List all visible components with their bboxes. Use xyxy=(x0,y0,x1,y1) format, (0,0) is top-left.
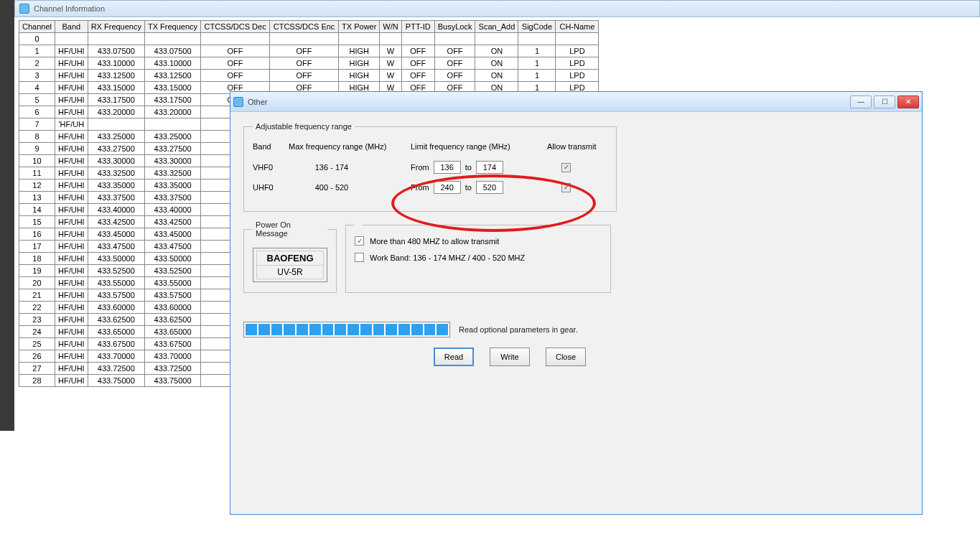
cell[interactable]: 433.52500 xyxy=(88,265,144,277)
cell[interactable]: HF/UHI xyxy=(55,302,88,314)
uhf-from-input[interactable] xyxy=(434,181,461,194)
cell[interactable] xyxy=(55,33,88,45)
cell[interactable] xyxy=(339,33,380,45)
cell[interactable]: 433.42500 xyxy=(144,216,200,228)
cell[interactable]: 433.75000 xyxy=(144,375,200,387)
uhf-allow-checkbox[interactable]: ✓ xyxy=(561,183,571,192)
cell[interactable]: 9 xyxy=(19,143,55,155)
cell[interactable]: 433.40000 xyxy=(88,204,144,216)
cell[interactable]: 6 xyxy=(19,106,55,118)
cell[interactable]: 0 xyxy=(19,33,55,45)
cell[interactable]: 433.70000 xyxy=(144,350,200,363)
cell[interactable]: 433.15000 xyxy=(88,82,144,94)
cell[interactable]: HF/UHI xyxy=(55,106,88,118)
cell[interactable] xyxy=(518,33,556,45)
col-band[interactable]: Band xyxy=(55,21,88,33)
cell[interactable]: HF/UHI xyxy=(55,338,88,350)
cell[interactable]: HF/UHI xyxy=(55,289,88,302)
cell[interactable]: 433.07500 xyxy=(88,45,144,57)
cell[interactable]: HF/UHI xyxy=(55,228,88,241)
read-button[interactable]: Read xyxy=(434,348,474,366)
cell[interactable]: 433.35000 xyxy=(88,180,144,192)
cell[interactable]: 18 xyxy=(19,253,55,265)
cell[interactable]: HF/UHI xyxy=(55,204,88,216)
col-ctenc[interactable]: CTCSS/DCS Enc xyxy=(270,21,339,33)
cell[interactable]: 433.20000 xyxy=(144,106,200,118)
cell[interactable]: OFF xyxy=(270,57,339,70)
col-busy[interactable]: BusyLock xyxy=(434,21,475,33)
cell[interactable]: ON xyxy=(475,70,518,82)
cell[interactable]: 16 xyxy=(19,228,55,241)
cell[interactable]: HF/UHI xyxy=(55,155,88,167)
cell[interactable]: 433.72500 xyxy=(88,363,144,375)
cell[interactable]: 433.12500 xyxy=(88,70,144,82)
cell[interactable]: OFF xyxy=(434,70,475,82)
cell[interactable]: OFF xyxy=(201,57,270,70)
cell[interactable]: 8 xyxy=(19,131,55,143)
cell[interactable]: HF/UHI xyxy=(55,314,88,326)
table-row[interactable]: 3HF/UHI433.12500433.12500OFFOFFHIGHWOFFO… xyxy=(19,70,599,82)
cell[interactable]: 433.57500 xyxy=(88,289,144,302)
cell[interactable]: HF/UHI xyxy=(55,277,88,289)
col-tx[interactable]: TX Frequency xyxy=(144,21,200,33)
cell[interactable]: 3 xyxy=(19,70,55,82)
more-than-480-checkbox[interactable]: ✓ xyxy=(355,236,364,246)
cell[interactable]: 433.75000 xyxy=(88,375,144,387)
cell[interactable] xyxy=(434,33,475,45)
cell[interactable]: 433.47500 xyxy=(88,241,144,253)
cell[interactable]: OFF xyxy=(270,45,339,57)
cell[interactable]: 433.72500 xyxy=(144,363,200,375)
cell[interactable]: 433.67500 xyxy=(88,338,144,350)
cell[interactable]: 12 xyxy=(19,180,55,192)
cell[interactable]: HIGH xyxy=(339,45,380,57)
cell[interactable]: 'HF/UH xyxy=(55,118,88,131)
cell[interactable]: HF/UHI xyxy=(55,70,88,82)
cell[interactable] xyxy=(270,33,339,45)
cell[interactable]: 433.55000 xyxy=(88,277,144,289)
col-rx[interactable]: RX Frequency xyxy=(88,21,144,33)
cell[interactable]: 2 xyxy=(19,57,55,70)
cell[interactable]: LPD xyxy=(556,70,599,82)
power-on-box[interactable]: BAOFENG UV-5R xyxy=(253,248,327,282)
cell[interactable]: 433.25000 xyxy=(88,131,144,143)
cell[interactable]: 13 xyxy=(19,192,55,204)
cell[interactable]: HIGH xyxy=(339,57,380,70)
cell[interactable]: 1 xyxy=(518,70,556,82)
cell[interactable]: OFF xyxy=(401,70,434,82)
cell[interactable]: HIGH xyxy=(339,70,380,82)
vhf-from-input[interactable] xyxy=(434,161,461,174)
col-chname[interactable]: CH-Name xyxy=(556,21,599,33)
cell[interactable]: HF/UHI xyxy=(55,131,88,143)
cell[interactable]: HF/UHI xyxy=(55,143,88,155)
cell[interactable]: 433.07500 xyxy=(144,45,200,57)
cell[interactable]: OFF xyxy=(401,45,434,57)
cell[interactable] xyxy=(144,118,200,131)
cell[interactable]: 14 xyxy=(19,204,55,216)
cell[interactable]: 1 xyxy=(518,57,556,70)
cell[interactable]: 433.45000 xyxy=(88,228,144,241)
cell[interactable]: 20 xyxy=(19,277,55,289)
maximize-button[interactable]: ☐ xyxy=(874,95,895,108)
col-scan[interactable]: Scan_Add xyxy=(475,21,518,33)
cell[interactable]: 25 xyxy=(19,338,55,350)
cell[interactable]: HF/UHI xyxy=(55,253,88,265)
cell[interactable]: 433.45000 xyxy=(144,228,200,241)
table-row[interactable]: 0 xyxy=(19,33,599,45)
col-txpow[interactable]: TX Power xyxy=(339,21,380,33)
cell[interactable]: LPD xyxy=(556,57,599,70)
cell[interactable]: 433.60000 xyxy=(144,302,200,314)
cell[interactable]: 433.40000 xyxy=(144,204,200,216)
cell[interactable]: HF/UHI xyxy=(55,375,88,387)
cell[interactable]: 7 xyxy=(19,118,55,131)
cell[interactable]: 1 xyxy=(19,45,55,57)
col-ptt[interactable]: PTT-ID xyxy=(401,21,434,33)
cell[interactable]: 433.70000 xyxy=(88,350,144,363)
cell[interactable]: 21 xyxy=(19,289,55,302)
cell[interactable]: HF/UHI xyxy=(55,241,88,253)
cell[interactable]: HF/UHI xyxy=(55,326,88,338)
other-titlebar[interactable]: Other — ☐ ✕ xyxy=(230,92,922,112)
channel-window-titlebar[interactable]: Channel Information xyxy=(14,0,980,17)
cell[interactable]: 23 xyxy=(19,314,55,326)
cell[interactable]: W xyxy=(380,45,401,57)
col-channel[interactable]: Channel xyxy=(19,21,55,33)
